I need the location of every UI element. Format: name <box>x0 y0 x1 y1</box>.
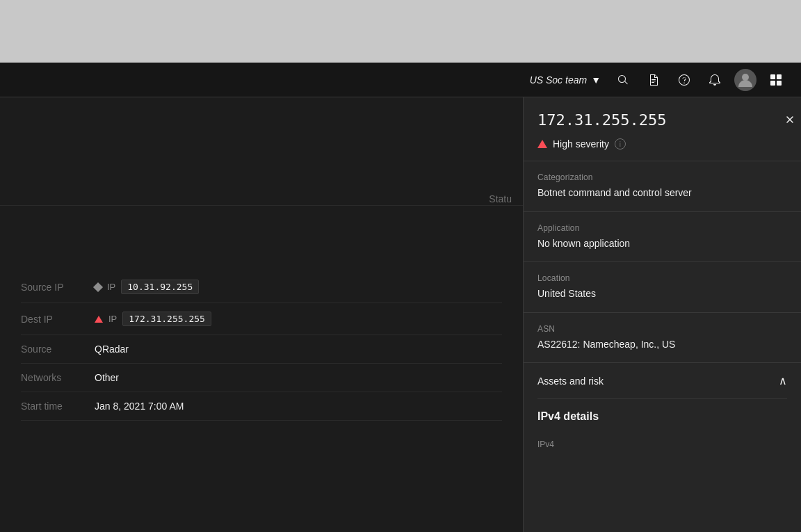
dest-ip-row: Dest IP IP 172.31.255.255 <box>21 303 502 335</box>
grid-icon <box>769 73 783 87</box>
dest-ip-type: IP <box>108 314 117 324</box>
help-button[interactable] <box>670 66 698 94</box>
severity-info-icon[interactable]: i <box>615 138 626 150</box>
source-row: Source QRadar <box>21 335 502 364</box>
close-icon <box>784 114 795 125</box>
status-label: Statu <box>489 193 512 204</box>
location-label: Location <box>537 273 787 283</box>
severity-row: High severity i <box>537 138 787 150</box>
asn-label: ASN <box>537 324 787 334</box>
help-icon <box>677 73 691 87</box>
detail-section: Source IP IP 10.31.92.255 Dest IP IP 172… <box>0 271 523 421</box>
categorization-section: Categorization Botnet command and contro… <box>524 161 801 212</box>
header: US Soc team ▼ <box>0 63 801 97</box>
left-panel: Statu Source IP IP 10.31.92.255 Dest IP <box>0 97 523 532</box>
application-section: Application No known application <box>524 212 801 263</box>
ipv4-label: IPv4 <box>537 440 593 449</box>
diamond-icon <box>93 282 103 291</box>
dest-ip-label: Dest IP <box>21 314 83 325</box>
svg-rect-0 <box>652 79 656 80</box>
user-avatar <box>734 69 756 91</box>
source-ip-value: IP 10.31.92.255 <box>95 280 199 294</box>
report-button[interactable] <box>640 66 668 94</box>
svg-rect-5 <box>777 74 782 79</box>
svg-rect-7 <box>777 81 782 86</box>
chevron-up-icon: ∧ <box>779 374 787 387</box>
source-label: Source <box>21 344 83 355</box>
bell-icon <box>708 73 722 87</box>
start-time-label: Start time <box>21 401 83 412</box>
source-ip-label: Source IP <box>21 282 83 293</box>
source-ip-row: Source IP IP 10.31.92.255 <box>21 271 502 303</box>
ipv4-section: IPv4 details IPv4 <box>524 399 801 466</box>
start-time-value: Jan 8, 2021 7:00 AM <box>95 401 184 412</box>
svg-point-3 <box>742 74 749 81</box>
search-button[interactable] <box>609 66 637 94</box>
svg-rect-4 <box>770 74 775 79</box>
main-content: Statu Source IP IP 10.31.92.255 Dest IP <box>0 97 801 532</box>
panel-divider <box>0 205 523 206</box>
categorization-label: Categorization <box>537 172 787 182</box>
status-bar: Statu <box>478 188 523 210</box>
team-name: US Soc team <box>530 74 587 86</box>
source-value: QRadar <box>95 344 129 355</box>
right-panel: 172.31.255.255 High severity i Categoriz… <box>523 97 801 532</box>
svg-rect-6 <box>770 81 775 86</box>
svg-rect-2 <box>652 82 654 83</box>
severity-text: High severity <box>553 138 609 150</box>
search-icon <box>616 73 630 87</box>
triangle-up-icon <box>95 316 103 323</box>
asn-value: AS22612: Namecheap, Inc., US <box>537 338 787 352</box>
assets-header-text: Assets and risk <box>537 376 604 387</box>
application-value: No known application <box>537 237 787 251</box>
dest-ip-value: IP 172.31.255.255 <box>95 312 211 326</box>
apps-button[interactable] <box>762 66 790 94</box>
team-selector[interactable]: US Soc team ▼ <box>524 74 606 86</box>
severity-triangle-icon <box>537 140 547 148</box>
location-value: United States <box>537 287 787 301</box>
application-label: Application <box>537 223 787 233</box>
chevron-down-icon: ▼ <box>591 74 601 86</box>
close-button[interactable] <box>779 108 801 131</box>
networks-label: Networks <box>21 372 83 383</box>
assets-header[interactable]: Assets and risk ∧ <box>537 363 787 399</box>
asn-section: ASN AS22612: Namecheap, Inc., US <box>524 313 801 364</box>
avatar-button[interactable] <box>731 66 759 94</box>
svg-rect-1 <box>652 81 656 81</box>
source-ip-type: IP <box>107 282 115 292</box>
networks-value: Other <box>95 372 119 383</box>
assets-section: Assets and risk ∧ <box>524 363 801 399</box>
categorization-value: Botnet command and control server <box>537 186 787 200</box>
location-section: Location United States <box>524 262 801 313</box>
ipv4-title: IPv4 details <box>537 410 787 423</box>
networks-row: Networks Other <box>21 364 502 392</box>
start-time-row: Start time Jan 8, 2021 7:00 AM <box>21 392 502 421</box>
app-window: US Soc team ▼ <box>0 63 801 532</box>
dest-ip-badge: 172.31.255.255 <box>122 312 211 326</box>
ipv4-row: IPv4 <box>537 434 787 455</box>
browser-chrome <box>0 0 801 63</box>
notification-button[interactable] <box>701 66 729 94</box>
right-panel-header: 172.31.255.255 High severity i <box>524 97 801 161</box>
source-ip-badge: 10.31.92.255 <box>121 280 199 294</box>
document-icon <box>647 73 661 87</box>
ip-title: 172.31.255.255 <box>537 111 787 129</box>
